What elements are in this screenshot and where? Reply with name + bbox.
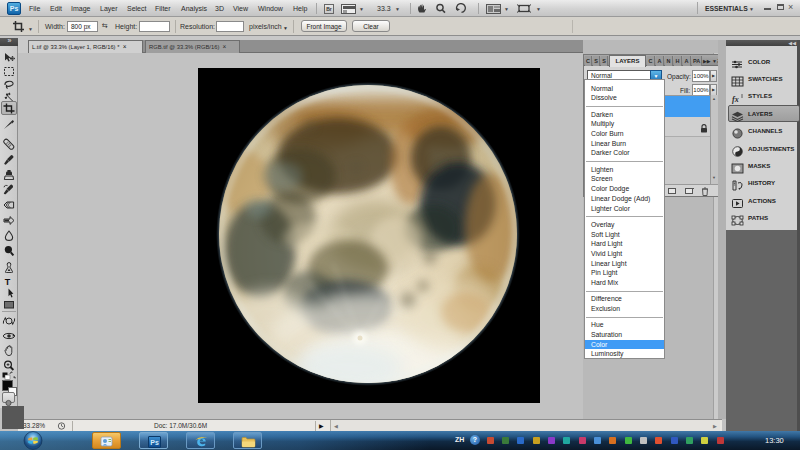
svg-text:fx: fx xyxy=(732,95,739,104)
